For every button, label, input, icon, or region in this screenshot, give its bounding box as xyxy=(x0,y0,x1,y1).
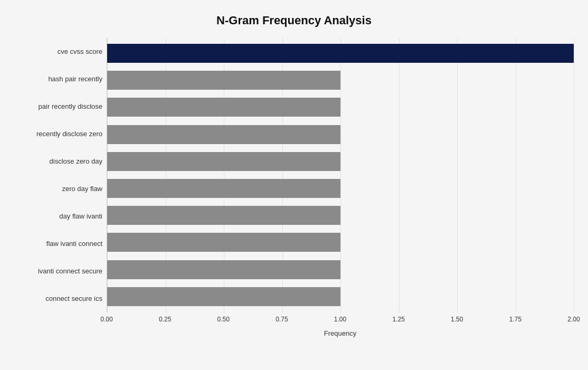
bar xyxy=(107,71,340,90)
x-tick: 1.75 xyxy=(509,316,521,323)
x-tick: 1.00 xyxy=(334,316,346,323)
x-axis-label: Frequency xyxy=(107,329,574,337)
bar xyxy=(107,44,574,63)
bar-row xyxy=(107,177,574,201)
bar-row xyxy=(107,69,574,92)
bar-row xyxy=(107,204,574,227)
bar xyxy=(107,152,340,171)
y-label: recently disclose zero xyxy=(14,120,107,148)
bar-row xyxy=(107,149,574,173)
grid-line xyxy=(574,38,574,312)
chart-container: N-Gram Frequency Analysis cve cvss score… xyxy=(4,3,584,367)
bar xyxy=(107,206,340,225)
y-label: disclose zero day xyxy=(14,148,107,175)
bar xyxy=(107,125,340,144)
y-label: day flaw ivanti xyxy=(14,203,107,230)
y-label: connect secure ics xyxy=(14,285,107,312)
bar-row xyxy=(107,42,574,65)
y-axis: cve cvss scorehash pair recentlypair rec… xyxy=(14,38,107,334)
x-tick: 1.50 xyxy=(451,316,463,323)
bar-row xyxy=(107,122,574,146)
y-label: zero day flaw xyxy=(14,175,107,203)
bar-row xyxy=(107,284,574,308)
chart-title: N-Gram Frequency Analysis xyxy=(14,14,574,27)
bars-section xyxy=(107,38,574,312)
bar xyxy=(107,233,340,252)
bar-row xyxy=(107,231,574,254)
bar xyxy=(107,179,340,198)
bar-row xyxy=(107,96,574,119)
x-tick: 0.50 xyxy=(217,316,230,323)
chart-area: cve cvss scorehash pair recentlypair rec… xyxy=(14,38,574,334)
y-label: hash pair recently xyxy=(14,65,107,93)
bar xyxy=(107,260,340,279)
bar xyxy=(107,98,340,117)
x-tick: 1.25 xyxy=(392,316,404,323)
x-tick: 0.75 xyxy=(276,316,288,323)
x-tick: 0.00 xyxy=(100,316,112,323)
bar-row xyxy=(107,258,574,281)
bar xyxy=(107,287,340,306)
y-label: cve cvss score xyxy=(14,38,107,65)
y-label: pair recently disclose xyxy=(14,93,107,120)
x-tick: 2.00 xyxy=(567,316,580,323)
x-axis: 0.000.250.500.751.001.251.501.752.00 Fre… xyxy=(107,312,574,334)
plot-area: 0.000.250.500.751.001.251.501.752.00 Fre… xyxy=(107,38,574,334)
x-tick: 0.25 xyxy=(159,316,171,323)
y-label: ivanti connect secure xyxy=(14,258,107,285)
y-label: flaw ivanti connect xyxy=(14,230,107,258)
